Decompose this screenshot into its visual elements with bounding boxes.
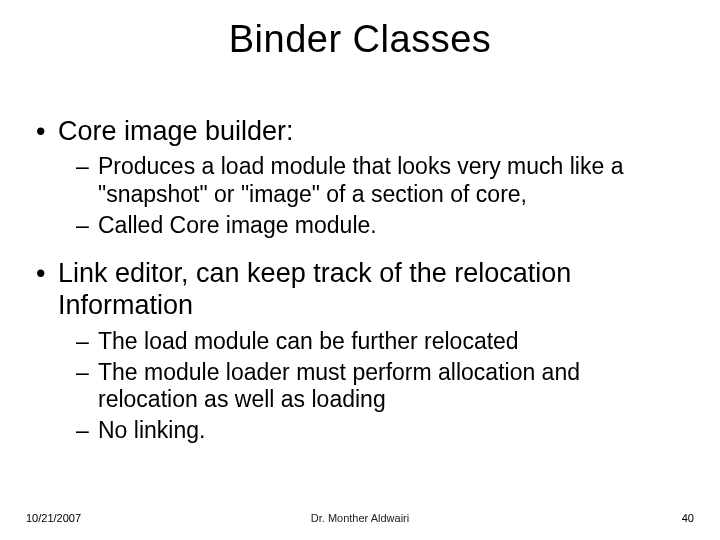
bullet-level2: No linking. <box>36 417 684 444</box>
bullet-level2: Called Core image module. <box>36 212 684 239</box>
slide-title: Binder Classes <box>0 18 720 61</box>
slide-body: Core image builder: Produces a load modu… <box>36 115 684 448</box>
bullet-level1: Core image builder: <box>36 115 684 147</box>
footer-page-number: 40 <box>682 512 694 524</box>
slide: Binder Classes Core image builder: Produ… <box>0 0 720 540</box>
bullet-level2: The module loader must perform allocatio… <box>36 359 684 413</box>
bullet-level2: The load module can be further relocated <box>36 328 684 355</box>
bullet-level2: Produces a load module that looks very m… <box>36 153 684 207</box>
bullet-level1: Link editor, can keep track of the reloc… <box>36 257 684 322</box>
spacer <box>36 243 684 257</box>
footer-author: Dr. Monther Aldwairi <box>0 512 720 524</box>
